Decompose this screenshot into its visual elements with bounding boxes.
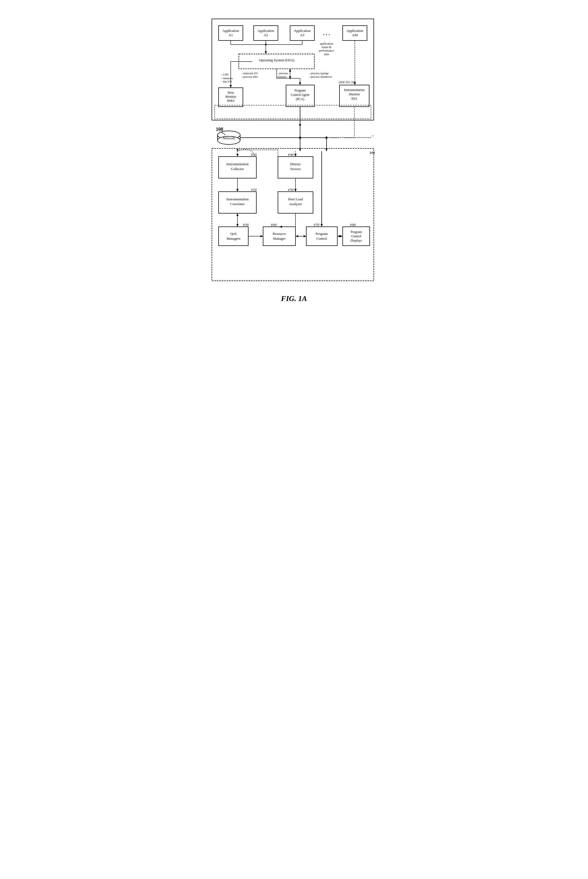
svg-text:Resource: Resource: [273, 231, 286, 236]
svg-text:Application: Application: [222, 29, 239, 33]
svg-marker-123: [294, 189, 297, 192]
svg-point-74: [326, 137, 328, 139]
svg-text:Instrumentation: Instrumentation: [226, 162, 249, 166]
svg-marker-133: [296, 235, 298, 237]
svg-marker-78: [299, 149, 301, 151]
svg-text:- CPU: - CPU: [221, 73, 229, 76]
svg-text:QoS: QoS: [230, 231, 236, 236]
svg-point-71: [299, 137, 301, 139]
svg-text:- process info: - process info: [242, 75, 258, 78]
svg-marker-131: [260, 235, 263, 237]
svg-text:- process shutdown: - process shutdown: [309, 75, 332, 78]
svg-text:⋎50: ⋎50: [287, 188, 294, 192]
svg-rect-11: [343, 26, 367, 41]
svg-text:AM: AM: [352, 33, 357, 37]
svg-rect-14: [239, 54, 314, 69]
svg-point-46: [265, 44, 267, 45]
svg-text:Host Load: Host Load: [288, 197, 303, 201]
svg-marker-59: [289, 69, 291, 72]
svg-rect-1: [219, 26, 243, 41]
svg-rect-4: [254, 26, 278, 41]
svg-rect-107: [306, 227, 337, 246]
figure-title: FIG. 1A: [210, 294, 378, 303]
svg-text:Managers: Managers: [226, 236, 240, 240]
svg-text:IDA: IDA: [351, 97, 357, 101]
svg-text:RM: RM: [369, 151, 375, 155]
svg-text:A3: A3: [300, 33, 304, 37]
svg-text:Instrumentation: Instrumentation: [226, 197, 249, 201]
svg-marker-121: [236, 189, 238, 192]
svg-text:A1: A1: [228, 33, 233, 37]
svg-text:Program: Program: [351, 230, 362, 234]
svg-text:⋎40: ⋎40: [287, 153, 294, 156]
svg-marker-125: [236, 224, 238, 227]
svg-rect-24: [339, 85, 369, 107]
svg-text:(SEE FIG.1B): (SEE FIG.1B): [339, 80, 356, 84]
svg-text:HMA: HMA: [226, 99, 234, 102]
svg-marker-126: [236, 213, 238, 216]
svg-marker-138: [337, 235, 340, 237]
svg-text:- process: - process: [278, 72, 288, 75]
svg-rect-81: [212, 149, 374, 281]
svg-text:Application: Application: [346, 29, 363, 33]
svg-text:data: data: [324, 53, 328, 56]
svg-marker-48: [265, 51, 267, 54]
page: Application A1 Application A2 Applicatio…: [200, 5, 388, 311]
svg-text:Control: Control: [351, 234, 361, 238]
svg-rect-103: [263, 227, 296, 246]
svg-rect-20: [286, 85, 314, 107]
svg-text:⋎10: ⋎10: [250, 153, 257, 156]
svg-marker-129: [279, 226, 282, 228]
svg-text:- process startup: - process startup: [309, 72, 328, 75]
svg-text:Program: Program: [294, 89, 306, 92]
svg-text:. . .: . . .: [323, 30, 330, 36]
svg-text:- network I/O: - network I/O: [242, 72, 258, 75]
diagram: Application A1 Application A2 Applicatio…: [210, 14, 378, 289]
svg-text:Correlator: Correlator: [230, 202, 245, 206]
svg-marker-119: [294, 154, 297, 156]
svg-rect-0: [212, 19, 374, 120]
svg-marker-50: [354, 82, 356, 85]
svg-marker-139: [340, 235, 343, 237]
svg-text:⋎80: ⋎80: [350, 223, 356, 227]
svg-text:statuses: statuses: [278, 75, 286, 78]
svg-text:Program: Program: [315, 231, 328, 236]
svg-marker-62: [299, 124, 301, 127]
svg-marker-60: [289, 77, 291, 79]
svg-text:Daemon: Daemon: [349, 92, 360, 96]
svg-text:Instrumentation: Instrumentation: [344, 88, 364, 92]
svg-rect-95: [278, 192, 313, 213]
svg-point-67: [218, 136, 240, 144]
svg-rect-63: [214, 105, 371, 119]
svg-text:Application: Application: [257, 29, 274, 33]
svg-rect-111: [343, 227, 370, 246]
svg-text:Host: Host: [228, 91, 234, 95]
svg-text:Network: Network: [223, 136, 235, 140]
svg-marker-134: [304, 235, 306, 237]
svg-text:⋎20: ⋎20: [250, 188, 257, 192]
svg-text:⋎70: ⋎70: [313, 223, 320, 227]
svg-point-64: [218, 131, 240, 139]
svg-text:status &: status &: [321, 45, 332, 49]
svg-text:→: →: [371, 134, 375, 138]
diagram-svg: Application A1 Application A2 Applicatio…: [210, 14, 378, 289]
svg-text:performance: performance: [319, 49, 334, 52]
svg-text:Servers: Servers: [290, 167, 301, 171]
svg-text:Application: Application: [294, 29, 310, 33]
svg-text:- file I/O: - file I/O: [221, 80, 232, 83]
svg-marker-136: [321, 224, 323, 227]
svg-marker-117: [236, 154, 238, 156]
svg-rect-83: [219, 156, 256, 178]
svg-text:(PCA): (PCA): [296, 97, 304, 101]
svg-text:Control Agent: Control Agent: [291, 93, 309, 97]
svg-rect-16: [219, 88, 243, 107]
svg-text:- memory: - memory: [221, 77, 233, 80]
svg-marker-80: [326, 149, 328, 151]
svg-text:Collector: Collector: [231, 167, 244, 171]
svg-marker-53: [230, 85, 232, 88]
svg-text:⋎60: ⋎60: [270, 223, 277, 227]
svg-rect-87: [278, 156, 313, 178]
svg-text:Manager: Manager: [273, 236, 285, 240]
svg-text:application: application: [320, 42, 333, 45]
svg-marker-57: [299, 82, 301, 85]
